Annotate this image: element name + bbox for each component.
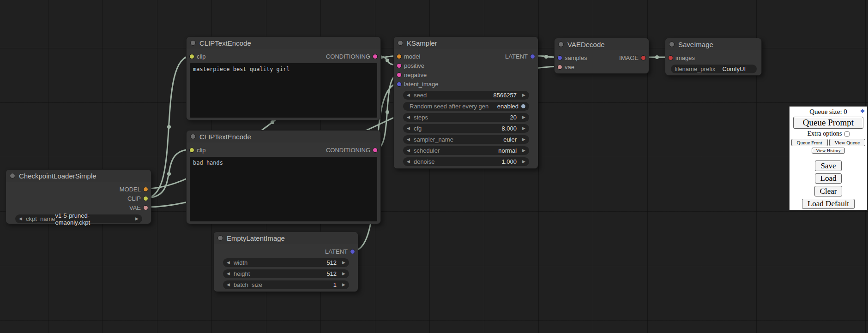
increment-arrow-icon[interactable]: ▶ bbox=[342, 261, 345, 265]
output-slot-clip-dot[interactable] bbox=[144, 196, 148, 201]
node-clip-text-encode-positive[interactable]: CLIPTextEncode clip CONDITIONING masterp… bbox=[186, 36, 381, 120]
view-queue-button[interactable]: View Queue bbox=[829, 139, 866, 146]
input-slot-samples-dot[interactable] bbox=[558, 56, 562, 60]
link-midpoint-dot bbox=[271, 120, 274, 124]
output-slot-vae-dot[interactable] bbox=[144, 206, 148, 210]
prompt-text-input[interactable]: masterpiece best quality girl bbox=[190, 63, 377, 118]
widget-label: scheduler bbox=[414, 147, 440, 154]
input-slot-vae-dot[interactable] bbox=[558, 65, 562, 69]
node-title-bar[interactable]: SaveImage bbox=[665, 38, 761, 50]
decrement-arrow-icon[interactable]: ◀ bbox=[407, 160, 410, 164]
increment-arrow-icon[interactable]: ▶ bbox=[522, 115, 525, 119]
increment-arrow-icon[interactable]: ▶ bbox=[342, 283, 345, 287]
node-empty-latent-image[interactable]: EmptyLatentImage LATENT ◀ width 512 ▶ ◀ … bbox=[213, 232, 358, 292]
node-title-bar[interactable]: CheckpointLoaderSimple bbox=[6, 170, 151, 182]
node-title-bar[interactable]: CLIPTextEncode bbox=[187, 131, 380, 143]
decrement-arrow-icon[interactable]: ◀ bbox=[227, 283, 230, 287]
load-default-button[interactable]: Load Default bbox=[802, 199, 855, 209]
clear-button[interactable]: Clear bbox=[814, 186, 843, 196]
extra-options-checkbox[interactable] bbox=[844, 131, 850, 137]
cfg-widget[interactable]: ◀ cfg 8.000 ▶ bbox=[403, 124, 529, 133]
output-slot-conditioning-dot[interactable] bbox=[373, 148, 377, 152]
collapse-dot-icon[interactable] bbox=[191, 41, 195, 45]
node-checkpoint-loader-simple[interactable]: CheckpointLoaderSimple MODEL CLIP VAE ◀ … bbox=[6, 169, 151, 224]
input-slot-positive-dot[interactable] bbox=[397, 64, 401, 68]
decrement-arrow-icon[interactable]: ◀ bbox=[407, 126, 410, 131]
link-midpoint-dot bbox=[655, 55, 659, 59]
input-slot-negative-dot[interactable] bbox=[397, 73, 401, 77]
output-slot-latent-dot[interactable] bbox=[530, 54, 535, 59]
ckpt-name-widget[interactable]: ◀ ckpt_name v1-5-pruned-emaonly.ckpt ▶ bbox=[15, 214, 142, 223]
increment-arrow-icon[interactable]: ▶ bbox=[522, 137, 525, 142]
node-title-bar[interactable]: EmptyLatentImage bbox=[214, 232, 358, 244]
link-midpoint-dot bbox=[386, 110, 389, 114]
input-slot-clip-dot[interactable] bbox=[190, 54, 194, 59]
node-graph-canvas[interactable]: CheckpointLoaderSimple MODEL CLIP VAE ◀ … bbox=[0, 0, 868, 333]
collapse-dot-icon[interactable] bbox=[218, 236, 223, 240]
load-button[interactable]: Load bbox=[815, 173, 842, 184]
queue-front-button[interactable]: Queue Front bbox=[791, 139, 828, 146]
node-ksampler[interactable]: KSampler model LATENT positive negative … bbox=[393, 36, 538, 169]
collapse-dot-icon[interactable] bbox=[10, 173, 15, 178]
random-seed-toggle-widget[interactable]: Random seed after every gen enabled bbox=[403, 102, 529, 111]
input-slot-latent-image-dot[interactable] bbox=[397, 82, 401, 86]
node-title-bar[interactable]: VAEDecode bbox=[555, 38, 649, 50]
toggle-on-dot[interactable] bbox=[521, 104, 525, 108]
output-slot-latent-dot[interactable] bbox=[350, 250, 355, 254]
steps-widget[interactable]: ◀ steps 20 ▶ bbox=[403, 113, 529, 122]
input-slot-label: positive bbox=[404, 62, 424, 69]
node-title-bar[interactable]: KSampler bbox=[394, 37, 538, 49]
widget-value: 512 bbox=[326, 259, 341, 266]
view-history-button[interactable]: View History bbox=[812, 148, 845, 154]
width-widget[interactable]: ◀ width 512 ▶ bbox=[223, 258, 349, 267]
decrement-arrow-icon[interactable]: ◀ bbox=[19, 217, 22, 221]
decrement-arrow-icon[interactable]: ◀ bbox=[227, 272, 230, 276]
input-slot-label: vae bbox=[565, 64, 574, 71]
widget-value: euler bbox=[503, 136, 521, 143]
node-title: CLIPTextEncode bbox=[199, 133, 251, 141]
increment-arrow-icon[interactable]: ▶ bbox=[522, 160, 525, 164]
widget-label: steps bbox=[414, 114, 428, 121]
collapse-dot-icon[interactable] bbox=[191, 134, 195, 139]
input-slot-clip-dot[interactable] bbox=[190, 148, 194, 152]
prompt-text-input[interactable]: bad hands bbox=[190, 157, 377, 221]
widget-label: Random seed after every gen bbox=[410, 103, 488, 110]
batch-size-widget[interactable]: ◀ batch_size 1 ▶ bbox=[223, 280, 349, 289]
decrement-arrow-icon[interactable]: ◀ bbox=[407, 93, 410, 97]
decrement-arrow-icon[interactable]: ◀ bbox=[407, 149, 410, 153]
decrement-arrow-icon[interactable]: ◀ bbox=[227, 261, 230, 265]
scheduler-widget[interactable]: ◀ scheduler normal ▶ bbox=[403, 146, 529, 155]
node-vae-decode[interactable]: VAEDecode samples IMAGE vae bbox=[554, 38, 649, 74]
output-slot-conditioning-dot[interactable] bbox=[373, 54, 377, 59]
denoise-widget[interactable]: ◀ denoise 1.000 ▶ bbox=[403, 157, 529, 166]
node-title-bar[interactable]: CLIPTextEncode bbox=[187, 37, 380, 49]
input-slot-model-dot[interactable] bbox=[397, 54, 401, 59]
output-slot-model-dot[interactable] bbox=[144, 187, 148, 191]
increment-arrow-icon[interactable]: ▶ bbox=[342, 272, 345, 276]
node-save-image[interactable]: SaveImage images filename_prefix ComfyUI bbox=[665, 38, 762, 76]
settings-icon[interactable]: ✱ bbox=[860, 108, 865, 114]
sampler-name-widget[interactable]: ◀ sampler_name euler ▶ bbox=[403, 135, 529, 144]
node-clip-text-encode-negative[interactable]: CLIPTextEncode clip CONDITIONING bad han… bbox=[186, 130, 381, 224]
increment-arrow-icon[interactable]: ▶ bbox=[522, 149, 525, 153]
decrement-arrow-icon[interactable]: ◀ bbox=[407, 137, 410, 142]
widget-value: v1-5-pruned-emaonly.ckpt bbox=[55, 212, 135, 226]
height-widget[interactable]: ◀ height 512 ▶ bbox=[223, 269, 349, 278]
collapse-dot-icon[interactable] bbox=[398, 41, 403, 45]
collapse-dot-icon[interactable] bbox=[559, 42, 563, 47]
filename-prefix-widget[interactable]: filename_prefix ComfyUI bbox=[671, 65, 757, 73]
input-slot-images-dot[interactable] bbox=[669, 56, 673, 60]
node-title: SaveImage bbox=[678, 41, 713, 48]
decrement-arrow-icon[interactable]: ◀ bbox=[407, 115, 410, 119]
queue-prompt-button[interactable]: Queue Prompt bbox=[793, 117, 863, 129]
increment-arrow-icon[interactable]: ▶ bbox=[135, 217, 139, 221]
output-slot-label: LATENT bbox=[505, 53, 528, 60]
save-button[interactable]: Save bbox=[815, 161, 841, 171]
widget-label: width bbox=[234, 259, 247, 266]
seed-widget[interactable]: ◀ seed 8566257 ▶ bbox=[403, 91, 529, 100]
increment-arrow-icon[interactable]: ▶ bbox=[522, 93, 525, 97]
output-slot-label: VAE bbox=[129, 204, 141, 211]
output-slot-image-dot[interactable] bbox=[641, 56, 645, 60]
collapse-dot-icon[interactable] bbox=[669, 42, 674, 47]
increment-arrow-icon[interactable]: ▶ bbox=[522, 126, 525, 131]
